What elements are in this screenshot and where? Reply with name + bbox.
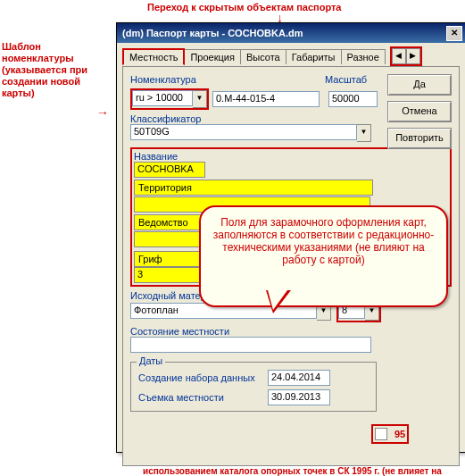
- combo-template[interactable]: ru > 10000 ▼: [130, 88, 209, 110]
- tab-strip: Местность Проекция Высота Габариты Разно…: [117, 43, 465, 66]
- legend-dates: Даты: [137, 355, 165, 366]
- tab-panel: Да Отмена Повторить Номенклатура Масштаб…: [122, 66, 460, 466]
- cancel-button[interactable]: Отмена: [387, 101, 452, 122]
- template-value: ru > 10000: [132, 90, 193, 106]
- label-sost: Состояние местности: [130, 326, 452, 337]
- klass-value: 50T09G: [130, 124, 357, 140]
- callout-tail: [266, 290, 293, 312]
- annotation-left: Шаблон номенклатуры (указывается при соз…: [2, 41, 95, 99]
- scroll-left-icon[interactable]: ◀: [392, 48, 406, 64]
- tab-raznoe[interactable]: Разное: [341, 49, 386, 64]
- arrow-left: →: [96, 105, 109, 120]
- label-created: Создание набора данных: [138, 372, 268, 383]
- label-nomen: Номенклатура: [130, 74, 255, 85]
- label-survey: Съемка местности: [138, 392, 268, 403]
- combo-klass[interactable]: 50T09G ▼: [130, 124, 371, 142]
- repeat-button[interactable]: Повторить: [387, 128, 452, 149]
- callout-bubble: Поля для зарамочного оформления карт, за…: [199, 205, 448, 307]
- tab-scroll[interactable]: ◀▶: [390, 46, 422, 66]
- tab-gabarity[interactable]: Габариты: [286, 49, 342, 64]
- annotation-top: Переход к скрытым объектам паспорта: [147, 2, 341, 13]
- tab-proekciya[interactable]: Проекция: [184, 49, 240, 64]
- nomen-input[interactable]: 0.M-44-015-4: [212, 91, 320, 107]
- tab-vysota[interactable]: Высота: [240, 49, 286, 64]
- dropdown-icon[interactable]: ▼: [193, 90, 207, 108]
- window-title: (dm) Паспорт карты - COCHOBKA.dm: [122, 28, 303, 38]
- name-input[interactable]: COCHOBKA: [134, 162, 205, 178]
- close-button[interactable]: ✕: [446, 26, 462, 41]
- fieldset-dates: Даты Создание набора данных 24.04.2014 С…: [130, 362, 377, 412]
- label-95: 95: [394, 429, 405, 439]
- title-bar[interactable]: (dm) Паспорт карты - COCHOBKA.dm ✕: [117, 23, 465, 43]
- date-created-input[interactable]: 24.04.2014: [268, 370, 330, 386]
- sost-input[interactable]: [130, 337, 371, 353]
- chk95-frame: 95: [371, 424, 409, 444]
- scroll-right-icon[interactable]: ▶: [406, 48, 420, 64]
- date-survey-input[interactable]: 30.09.2013: [268, 389, 330, 405]
- ok-button[interactable]: Да: [387, 74, 452, 96]
- tab-mestnost[interactable]: Местность: [122, 48, 185, 65]
- label-terr: Территория: [134, 180, 373, 196]
- dialog-window: (dm) Паспорт карты - COCHOBKA.dm ✕ Местн…: [116, 22, 465, 453]
- scale-input[interactable]: 50000: [328, 91, 378, 107]
- label-scale: Масштаб: [325, 74, 367, 85]
- dialog-buttons: Да Отмена Повторить: [387, 74, 452, 154]
- dropdown-icon[interactable]: ▼: [357, 124, 371, 142]
- checkbox-95[interactable]: [375, 428, 387, 440]
